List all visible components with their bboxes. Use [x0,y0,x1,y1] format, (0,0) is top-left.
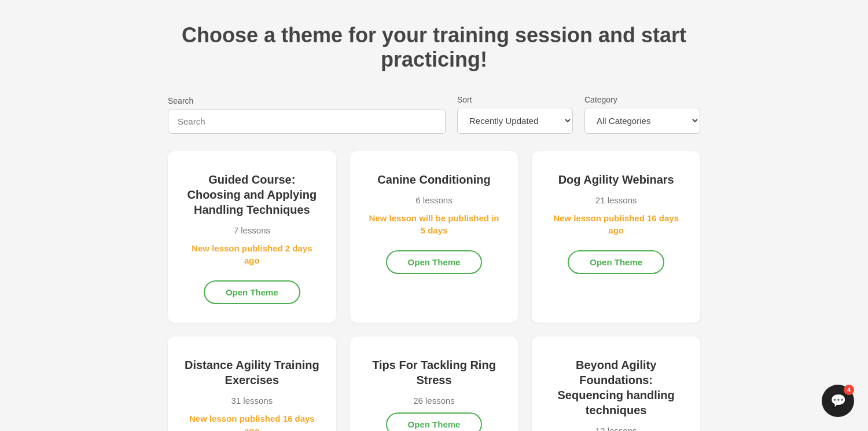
card-lessons: 26 lessons [413,396,455,406]
card-status: New lesson published 16 days ago [548,212,684,236]
category-select[interactable]: All Categories Agility Conditioning Hand… [584,108,700,134]
theme-card: Beyond Agility Foundations: Sequencing h… [532,337,700,431]
card-lessons: 31 lessons [231,396,273,406]
card-title: Canine Conditioning [377,172,491,187]
theme-card: Dog Agility Webinars21 lessonsNew lesson… [532,151,700,323]
card-status: New lesson published 16 days ago [184,412,320,431]
sort-select[interactable]: Recently Updated Alphabetical Newest Fir… [457,108,573,134]
theme-card: Guided Course: Choosing and Applying Han… [168,151,336,323]
card-title: Distance Agility Training Exercises [184,357,320,388]
cards-grid: Guided Course: Choosing and Applying Han… [168,151,700,431]
page-title: Choose a theme for your training session… [168,23,700,72]
card-status: New lesson will be published in 5 days [366,212,502,236]
card-title: Dog Agility Webinars [558,172,674,187]
sort-label: Sort [457,95,573,104]
card-title: Tips For Tackling Ring Stress [366,357,502,388]
card-title: Guided Course: Choosing and Applying Han… [184,172,320,217]
category-label: Category [584,95,700,104]
open-theme-button[interactable]: Open Theme [386,250,483,274]
open-theme-button[interactable]: Open Theme [386,412,483,431]
category-group: Category All Categories Agility Conditio… [584,95,700,134]
theme-card: Tips For Tackling Ring Stress26 lessonsO… [350,337,518,431]
theme-card: Distance Agility Training Exercises31 le… [168,337,336,431]
search-input[interactable] [168,109,446,134]
chat-bubble[interactable]: 💬 4 [822,385,854,417]
search-group: Search [168,96,446,134]
card-lessons: 12 lessons [595,426,637,431]
theme-card: Canine Conditioning6 lessonsNew lesson w… [350,151,518,323]
card-title: Beyond Agility Foundations: Sequencing h… [548,357,684,418]
open-theme-button[interactable]: Open Theme [568,250,664,274]
card-status: New lesson published 2 days ago [184,242,320,266]
chat-icon: 💬 [830,393,846,408]
filters-row: Search Sort Recently Updated Alphabetica… [168,95,700,134]
search-label: Search [168,96,446,105]
page-container: Choose a theme for your training session… [156,0,712,431]
card-lessons: 7 lessons [234,225,270,235]
card-lessons: 21 lessons [595,195,637,205]
card-lessons: 6 lessons [415,195,452,205]
chat-badge: 4 [844,385,854,395]
sort-group: Sort Recently Updated Alphabetical Newes… [457,95,573,134]
open-theme-button[interactable]: Open Theme [204,280,300,304]
